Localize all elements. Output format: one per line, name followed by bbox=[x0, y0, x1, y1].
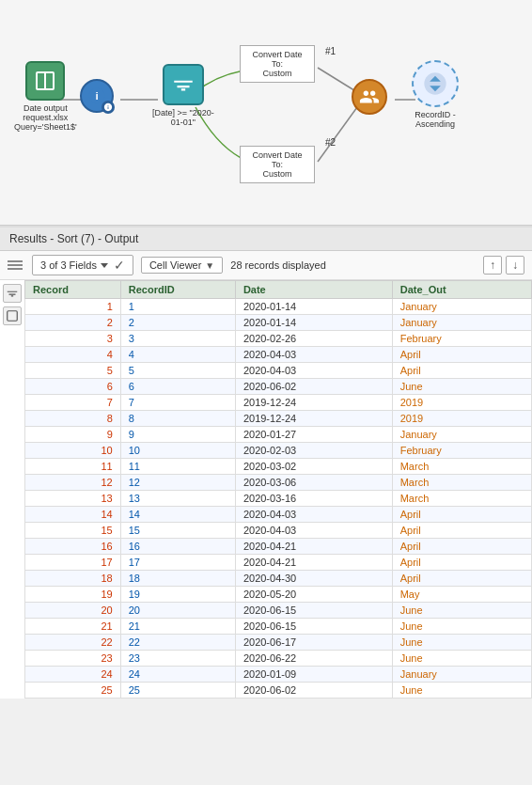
cell-record: 25 bbox=[25, 683, 121, 699]
cell-record: 21 bbox=[25, 619, 121, 635]
input-node-label: Date outputrequest.xlsxQuery='Sheet1$' bbox=[14, 103, 77, 132]
input-node[interactable]: Date outputrequest.xlsxQuery='Sheet1$' bbox=[14, 61, 77, 132]
cell-record: 9 bbox=[25, 427, 121, 443]
cell-date: 2020-04-21 bbox=[235, 555, 392, 571]
checkmark-icon: ✓ bbox=[114, 258, 125, 273]
cell-recordid: 18 bbox=[120, 571, 235, 587]
cell-dateout: March bbox=[392, 491, 531, 507]
table-row: 10102020-02-03February bbox=[25, 443, 532, 459]
cell-date: 2020-04-30 bbox=[235, 571, 392, 587]
filter-side-icon[interactable] bbox=[3, 284, 22, 303]
cell-recordid: 17 bbox=[120, 555, 235, 571]
table-row: 13132020-03-16March bbox=[25, 491, 532, 507]
cell-dateout: March bbox=[392, 475, 531, 491]
cell-recordid: 3 bbox=[120, 331, 235, 347]
cell-dateout: January bbox=[392, 667, 531, 683]
cell-dateout: April bbox=[392, 555, 531, 571]
table-row: 552020-04-03April bbox=[25, 363, 532, 379]
sort-node-label: RecordID -Ascending bbox=[415, 110, 456, 129]
toolbar: 3 of 3 Fields ✓ Cell Viewer ▼ 28 records… bbox=[0, 251, 532, 280]
cell-date: 2020-06-02 bbox=[235, 683, 392, 699]
cell-record: 22 bbox=[25, 635, 121, 651]
cell-record: 8 bbox=[25, 411, 121, 427]
table-row: 24242020-01-09January bbox=[25, 667, 532, 683]
cell-recordid: 23 bbox=[120, 651, 235, 667]
cell-viewer-button[interactable]: Cell Viewer ▼ bbox=[141, 257, 223, 274]
cell-recordid: 1 bbox=[120, 299, 235, 315]
svg-text:#2: #2 bbox=[325, 137, 336, 148]
cell-dateout: May bbox=[392, 587, 531, 603]
cell-recordid: 8 bbox=[120, 411, 235, 427]
cell-date: 2020-01-27 bbox=[235, 427, 392, 443]
svg-rect-10 bbox=[8, 311, 18, 322]
fields-button[interactable]: 3 of 3 Fields ✓ bbox=[32, 255, 133, 275]
cell-date: 2019-12-24 bbox=[235, 395, 392, 411]
table-wrapper: Record RecordID Date Date_Out 112020-01-… bbox=[0, 280, 532, 699]
convert1-node[interactable]: Convert Date To:Custom bbox=[240, 45, 315, 83]
cell-date: 2020-02-03 bbox=[235, 443, 392, 459]
nav-down-button[interactable]: ↓ bbox=[506, 256, 524, 275]
table-row: 16162020-04-21April bbox=[25, 539, 532, 555]
cell-record: 3 bbox=[25, 331, 121, 347]
cell-date: 2020-03-02 bbox=[235, 459, 392, 475]
cell-viewer-arrow: ▼ bbox=[205, 260, 214, 271]
join-node[interactable] bbox=[352, 79, 387, 115]
cell-date: 2020-06-15 bbox=[235, 619, 392, 635]
cell-recordid: 4 bbox=[120, 347, 235, 363]
cell-record: 20 bbox=[25, 603, 121, 619]
table-row: 772019-12-242019 bbox=[25, 395, 532, 411]
results-header: Results - Sort (7) - Output bbox=[0, 228, 532, 251]
convert2-node[interactable]: Convert Date To:Custom bbox=[240, 146, 315, 183]
cell-record: 10 bbox=[25, 443, 121, 459]
cell-recordid: 15 bbox=[120, 523, 235, 539]
cell-dateout: April bbox=[392, 363, 531, 379]
table-row: 14142020-04-03April bbox=[25, 507, 532, 523]
cell-date: 2020-03-06 bbox=[235, 475, 392, 491]
filter-node[interactable]: [Date] >= "2020-01-01" bbox=[152, 64, 214, 127]
nav-up-button[interactable]: ↑ bbox=[483, 256, 502, 275]
cell-date: 2020-01-09 bbox=[235, 667, 392, 683]
cell-recordid: 22 bbox=[120, 635, 235, 651]
cell-recordid: 5 bbox=[120, 363, 235, 379]
cell-recordid: 13 bbox=[120, 491, 235, 507]
cell-record: 7 bbox=[25, 395, 121, 411]
table-row: 882019-12-242019 bbox=[25, 411, 532, 427]
cell-date: 2020-04-03 bbox=[235, 347, 392, 363]
cell-dateout: February bbox=[392, 443, 531, 459]
cell-date: 2020-04-21 bbox=[235, 539, 392, 555]
cell-dateout: January bbox=[392, 427, 531, 443]
table-row: 11112020-03-02March bbox=[25, 459, 532, 475]
cell-recordid: 14 bbox=[120, 507, 235, 523]
cell-date: 2020-04-03 bbox=[235, 523, 392, 539]
results-title: Results - Sort (7) - Output bbox=[9, 232, 138, 245]
cell-dateout: March bbox=[392, 459, 531, 475]
cell-dateout: April bbox=[392, 571, 531, 587]
sort-node[interactable]: RecordID -Ascending bbox=[412, 60, 459, 129]
table-row: 12122020-03-06March bbox=[25, 475, 532, 491]
nav-arrows: ↑ ↓ bbox=[483, 256, 524, 275]
table-row: 21212020-06-15June bbox=[25, 619, 532, 635]
config-node[interactable]: i bbox=[80, 79, 114, 113]
cell-recordid: 2 bbox=[120, 315, 235, 331]
cell-recordid: 19 bbox=[120, 587, 235, 603]
cell-dateout: February bbox=[392, 331, 531, 347]
cell-recordid: 10 bbox=[120, 443, 235, 459]
shape-side-icon[interactable] bbox=[3, 306, 22, 325]
cell-record: 24 bbox=[25, 667, 121, 683]
cell-dateout: June bbox=[392, 619, 531, 635]
table-row: 332020-02-26February bbox=[25, 331, 532, 347]
cell-date: 2020-06-15 bbox=[235, 603, 392, 619]
cell-record: 5 bbox=[25, 363, 121, 379]
table-row: 15152020-04-03April bbox=[25, 523, 532, 539]
table-row: 992020-01-27January bbox=[25, 427, 532, 443]
cell-record: 13 bbox=[25, 491, 121, 507]
svg-text:#1: #1 bbox=[325, 46, 336, 56]
cell-recordid: 11 bbox=[120, 459, 235, 475]
cell-date: 2020-04-03 bbox=[235, 507, 392, 523]
side-icons bbox=[0, 280, 24, 329]
cell-recordid: 7 bbox=[120, 395, 235, 411]
cell-dateout: 2019 bbox=[392, 411, 531, 427]
cell-date: 2020-02-26 bbox=[235, 331, 392, 347]
cell-record: 11 bbox=[25, 459, 121, 475]
cell-recordid: 9 bbox=[120, 427, 235, 443]
